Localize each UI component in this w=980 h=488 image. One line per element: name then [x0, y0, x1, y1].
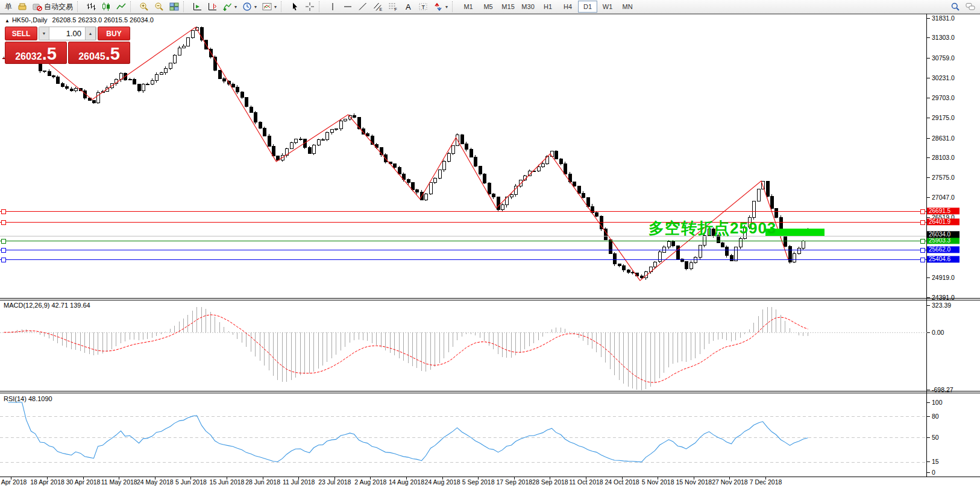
- price-tag: 25662.0: [927, 246, 960, 253]
- svg-text:30231.0: 30231.0: [932, 74, 955, 81]
- svg-text:31831.0: 31831.0: [932, 14, 955, 22]
- candlestick-series: [2, 27, 809, 280]
- svg-text:25903.3: 25903.3: [929, 237, 951, 244]
- svg-text:24 May 2018: 24 May 2018: [137, 478, 174, 486]
- line-handle[interactable]: [1, 220, 5, 224]
- svg-text:7 Dec 2018: 7 Dec 2018: [750, 478, 782, 486]
- macd-indicator-label: MACD(12,26,9) 42.71 139.64: [4, 302, 90, 309]
- buy-price-main: 26045: [78, 52, 105, 62]
- svg-text:29175.0: 29175.0: [932, 114, 955, 121]
- mt4-window: 单自动交易▾▾▾EFAT▾M1M5M15M30H1H4D1W1MN 31831.…: [0, 0, 980, 488]
- svg-text:29703.0: 29703.0: [932, 94, 955, 101]
- price-tag: 25903.3: [927, 237, 960, 244]
- svg-text:18 Apr 2018: 18 Apr 2018: [30, 478, 64, 486]
- pane-frames: [0, 14, 980, 477]
- svg-text:28631.0: 28631.0: [932, 135, 955, 142]
- svg-text:17 Sep 2018: 17 Sep 2018: [497, 478, 533, 486]
- price-tag: 26691.5: [927, 208, 960, 214]
- line-handle[interactable]: [920, 209, 925, 214]
- buy-price-panel[interactable]: 26045.5: [68, 42, 130, 64]
- svg-text:2 Aug 2018: 2 Aug 2018: [354, 478, 386, 486]
- svg-text:50: 50: [932, 434, 939, 441]
- svg-text:28103.0: 28103.0: [932, 154, 955, 161]
- volume-decrease-button[interactable]: ▼: [39, 27, 49, 40]
- svg-text:11 May 2018: 11 May 2018: [101, 478, 137, 486]
- svg-text:28 Jun 2018: 28 Jun 2018: [245, 478, 280, 486]
- svg-text:6 Apr 2018: 6 Apr 2018: [0, 478, 27, 486]
- svg-text:0: 0: [932, 469, 935, 476]
- one-click-trading-panel: SELL ▼ 1.00 ▲ BUY 26032.5 26045.5: [5, 27, 130, 64]
- svg-text:24 Aug 2018: 24 Aug 2018: [425, 478, 460, 486]
- svg-text:30759.0: 30759.0: [932, 54, 955, 62]
- svg-text:23 Jul 2018: 23 Jul 2018: [318, 478, 351, 486]
- svg-text:11 Jul 2018: 11 Jul 2018: [283, 478, 315, 486]
- price-tag: 25404.6: [927, 256, 960, 262]
- svg-text:27575.0: 27575.0: [932, 174, 955, 181]
- chart-annotation-text[interactable]: 多空转折点25903: [649, 218, 776, 239]
- svg-text:0.00: 0.00: [932, 329, 944, 336]
- sell-price-frac: .5: [42, 46, 57, 62]
- line-handle[interactable]: [920, 239, 925, 243]
- buy-price-frac: .5: [105, 46, 120, 62]
- buy-button[interactable]: BUY: [98, 27, 130, 40]
- macd-histogram: [13, 307, 808, 390]
- macd-signal-line: [4, 315, 808, 382]
- svg-text:323.39: 323.39: [932, 302, 951, 309]
- svg-text:25662.0: 25662.0: [929, 246, 951, 253]
- price-tag: 26401.9: [927, 218, 960, 225]
- rsi-line: [8, 402, 808, 462]
- svg-text:11 Oct 2018: 11 Oct 2018: [569, 478, 603, 486]
- svg-text:27 Nov 2018: 27 Nov 2018: [712, 478, 748, 486]
- svg-text:24 Oct 2018: 24 Oct 2018: [605, 478, 639, 486]
- symbol-period-label: HK50-,Daily: [12, 16, 48, 24]
- line-handle[interactable]: [920, 220, 925, 224]
- volume-value[interactable]: 1.00: [49, 29, 85, 38]
- line-handle[interactable]: [1, 239, 5, 243]
- svg-text:5 Jun 2018: 5 Jun 2018: [175, 478, 207, 486]
- svg-text:14 Aug 2018: 14 Aug 2018: [389, 478, 424, 486]
- sell-button[interactable]: SELL: [5, 27, 37, 40]
- volume-increase-button[interactable]: ▲: [85, 27, 96, 40]
- line-handle[interactable]: [1, 258, 5, 262]
- svg-text:15 Jun 2018: 15 Jun 2018: [210, 478, 245, 486]
- svg-text:26691.5: 26691.5: [929, 208, 951, 214]
- svg-text:80: 80: [932, 413, 939, 420]
- svg-text:24919.0: 24919.0: [932, 274, 955, 281]
- date-axis: 6 Apr 201818 Apr 201830 Apr 201811 May 2…: [0, 477, 782, 486]
- svg-text:15 Nov 2018: 15 Nov 2018: [676, 478, 712, 486]
- line-handle[interactable]: [920, 258, 925, 262]
- chart-canvas: 31831.031303.030759.030231.029703.029175…: [0, 0, 980, 488]
- price-tag: 26034.0: [927, 231, 960, 238]
- chart-title: ▲HK50-,Daily26208.5 26233.0 26015.5 2603…: [5, 16, 154, 24]
- svg-text:24391.0: 24391.0: [932, 294, 955, 301]
- svg-text:26034.0: 26034.0: [929, 231, 951, 238]
- rsi-indicator-label: RSI(14) 48.1090: [4, 395, 52, 402]
- line-handle[interactable]: [920, 248, 925, 252]
- svg-text:100: 100: [932, 399, 943, 406]
- volume-stepper: ▼ 1.00 ▲: [39, 27, 96, 40]
- svg-text:5 Nov 2018: 5 Nov 2018: [642, 478, 674, 486]
- sell-price-panel[interactable]: 26032.5: [5, 42, 67, 64]
- svg-text:5 Sep 2018: 5 Sep 2018: [462, 478, 495, 486]
- svg-text:28 Sep 2018: 28 Sep 2018: [532, 478, 568, 486]
- svg-text:-698.27: -698.27: [932, 386, 953, 393]
- svg-text:15: 15: [932, 458, 939, 465]
- ohlc-values: 26208.5 26233.0 26015.5 26034.0: [52, 16, 154, 24]
- svg-text:31303.0: 31303.0: [932, 34, 955, 41]
- sell-price-main: 26032: [15, 52, 42, 62]
- collapse-panel-icon[interactable]: ▲: [5, 18, 10, 24]
- svg-text:30 Apr 2018: 30 Apr 2018: [66, 478, 101, 486]
- line-handle[interactable]: [1, 248, 5, 252]
- svg-text:26401.9: 26401.9: [929, 218, 951, 225]
- svg-text:27047.0: 27047.0: [932, 194, 955, 201]
- line-handle[interactable]: [1, 209, 5, 214]
- svg-text:25404.6: 25404.6: [929, 256, 951, 262]
- price-axis: 31831.031303.030759.030231.029703.029175…: [927, 14, 955, 476]
